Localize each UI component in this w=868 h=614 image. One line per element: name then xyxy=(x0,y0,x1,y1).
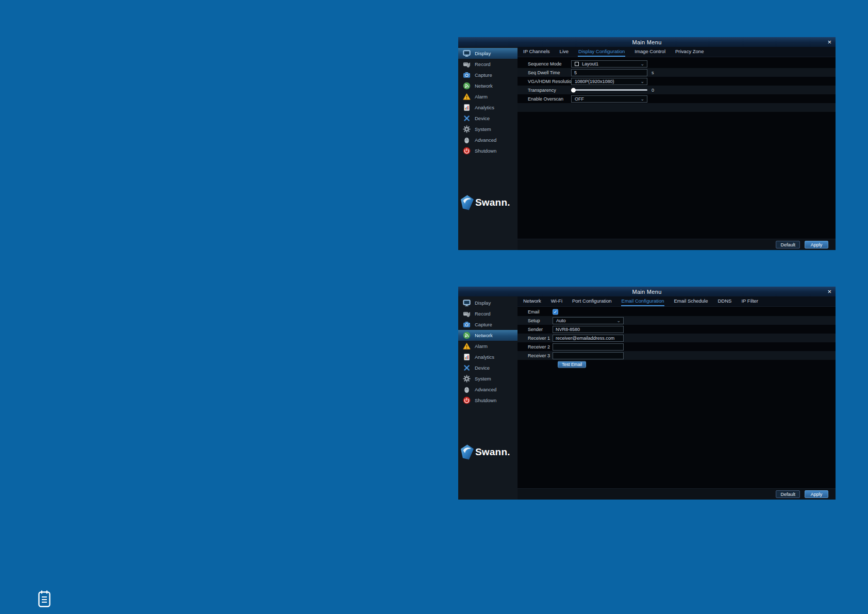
window-titlebar: Main Menu × xyxy=(458,37,836,47)
transparency-slider[interactable] xyxy=(571,87,647,94)
swann-logo: Swann. xyxy=(461,195,510,210)
email-checkbox[interactable]: ✓ xyxy=(553,309,558,314)
test-email-button[interactable]: Test Email xyxy=(558,361,586,368)
tab-display-configuration[interactable]: Display Configuration xyxy=(578,47,625,57)
sidebar-item-alarm[interactable]: Alarm xyxy=(458,341,518,352)
swann-logo-icon xyxy=(461,195,474,210)
sidebar-item-display[interactable]: Display xyxy=(458,297,518,308)
window-title: Main Menu xyxy=(632,289,661,295)
sidebar-item-label: Advanced xyxy=(475,137,496,143)
sender-input[interactable] xyxy=(553,326,624,333)
sidebar-item-network[interactable]: Network xyxy=(458,80,518,91)
swann-logo-text: Swann. xyxy=(475,197,510,208)
sequence-mode-label: Sequence Mode xyxy=(528,61,562,67)
slider-thumb[interactable] xyxy=(571,88,576,92)
resolution-row: VGA/HDMI Resolution 1080P(1920x1080) ⌄ xyxy=(518,77,836,86)
sidebar-item-device[interactable]: Device xyxy=(458,362,518,373)
sidebar-item-label: Capture xyxy=(475,322,492,327)
apply-button[interactable]: Apply xyxy=(805,490,828,498)
setup-row: Setup Auto ⌄ xyxy=(518,316,836,325)
layout1-icon xyxy=(575,62,579,66)
sidebar-item-label: Display xyxy=(475,300,491,306)
sidebar-item-system[interactable]: System xyxy=(458,373,518,384)
sidebar-item-capture[interactable]: Capture xyxy=(458,70,518,80)
tab-port-configuration[interactable]: Port Configuration xyxy=(572,296,612,306)
receiver3-row: Receiver 3 xyxy=(518,351,836,360)
receiver2-input[interactable] xyxy=(553,343,624,351)
sidebar-item-advanced[interactable]: Advanced xyxy=(458,384,518,395)
enable-overscan-dropdown[interactable]: OFF ⌄ xyxy=(571,95,647,103)
sequence-mode-row: Sequence Mode Layout1 ⌄ xyxy=(518,59,836,68)
tab-email-schedule[interactable]: Email Schedule xyxy=(673,296,708,306)
tab-wifi[interactable]: Wi-Fi xyxy=(550,296,563,306)
sidebar-item-analytics[interactable]: Analytics xyxy=(458,102,518,113)
sidebar-item-label: Shutdown xyxy=(475,397,496,403)
record-icon xyxy=(463,60,471,68)
slider-track[interactable] xyxy=(571,89,647,91)
footer-bar: Default Apply xyxy=(518,488,836,500)
resolution-dropdown[interactable]: 1080P(1920x1080) ⌄ xyxy=(571,78,647,85)
check-icon: ✓ xyxy=(554,309,558,314)
sidebar-item-shutdown[interactable]: Shutdown xyxy=(458,395,518,406)
email-row: Email ✓ xyxy=(518,307,836,316)
sidebar-item-label: Record xyxy=(475,61,491,67)
tab-ip-filter[interactable]: IP Filter xyxy=(741,296,759,306)
sidebar-item-record[interactable]: Record xyxy=(458,59,518,70)
sidebar-item-label: System xyxy=(475,126,491,132)
alarm-icon xyxy=(463,342,471,350)
sidebar-item-label: Analytics xyxy=(475,354,494,360)
tab-image-control[interactable]: Image Control xyxy=(634,47,666,57)
tab-network[interactable]: Network xyxy=(523,296,542,306)
sidebar-item-label: Alarm xyxy=(475,343,488,349)
sidebar-item-network[interactable]: Network xyxy=(458,330,518,341)
tab-ip-channels[interactable]: IP Channels xyxy=(523,47,550,57)
sidebar-item-record[interactable]: Record xyxy=(458,308,518,319)
tab-email-configuration[interactable]: Email Configuration xyxy=(621,296,665,306)
sidebar-item-alarm[interactable]: Alarm xyxy=(458,91,518,102)
sender-label: Sender xyxy=(528,327,543,332)
sidebar-item-label: Device xyxy=(475,115,490,121)
capture-icon xyxy=(463,321,471,328)
seq-dwell-time-input[interactable] xyxy=(571,69,647,76)
sidebar-item-display[interactable]: Display xyxy=(458,48,518,59)
receiver2-label: Receiver 2 xyxy=(528,344,550,350)
sidebar-item-system[interactable]: System xyxy=(458,124,518,135)
receiver3-input[interactable] xyxy=(553,352,624,359)
sidebar-item-shutdown[interactable]: Shutdown xyxy=(458,145,518,156)
display-icon xyxy=(463,49,471,57)
sidebar-item-label: Display xyxy=(475,51,491,56)
sidebar-item-advanced[interactable]: Advanced xyxy=(458,135,518,145)
sidebar-item-analytics[interactable]: Analytics xyxy=(458,352,518,362)
close-icon[interactable]: × xyxy=(827,287,831,296)
advanced-icon xyxy=(463,136,471,144)
transparency-label: Transparency xyxy=(528,88,556,93)
seq-dwell-time-row: Seq Dwell Time s xyxy=(518,68,836,77)
footer-bar: Default Apply xyxy=(518,239,836,250)
seq-dwell-time-label: Seq Dwell Time xyxy=(528,70,560,75)
tab-live[interactable]: Live xyxy=(559,47,569,57)
receiver3-label: Receiver 3 xyxy=(528,353,550,358)
tab-ddns[interactable]: DDNS xyxy=(717,296,732,306)
apply-button[interactable]: Apply xyxy=(805,241,828,248)
default-button[interactable]: Default xyxy=(776,490,800,498)
resolution-value: 1080P(1920x1080) xyxy=(572,79,614,84)
receiver1-label: Receiver 1 xyxy=(528,336,550,341)
document-note-icon xyxy=(38,590,51,607)
sequence-mode-dropdown[interactable]: Layout1 ⌄ xyxy=(571,60,647,68)
window-titlebar: Main Menu × xyxy=(458,287,836,296)
sidebar-item-capture[interactable]: Capture xyxy=(458,319,518,330)
setup-dropdown[interactable]: Auto ⌄ xyxy=(553,317,624,324)
receiver1-row: Receiver 1 xyxy=(518,334,836,342)
sidebar-item-label: Record xyxy=(475,311,491,317)
default-button[interactable]: Default xyxy=(776,241,800,248)
close-icon[interactable]: × xyxy=(827,37,831,47)
device-icon xyxy=(463,364,471,372)
sidebar: Display Record Capture Network Alarm xyxy=(458,47,518,250)
sidebar-item-device[interactable]: Device xyxy=(458,113,518,124)
shutdown-icon xyxy=(463,396,471,404)
receiver1-input[interactable] xyxy=(553,335,624,342)
tab-privacy-zone[interactable]: Privacy Zone xyxy=(675,47,704,57)
analytics-icon xyxy=(463,104,471,111)
analytics-icon xyxy=(463,353,471,361)
tab-bar: IP Channels Live Display Configuration I… xyxy=(518,47,836,57)
